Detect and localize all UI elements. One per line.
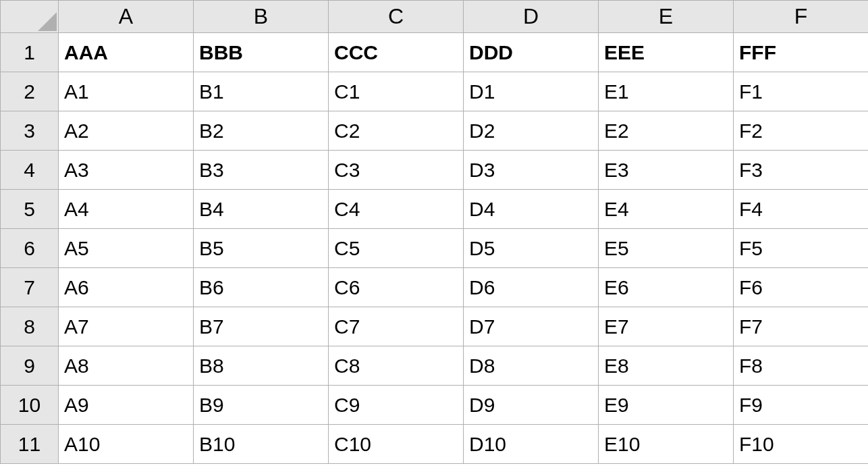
column-header[interactable]: A [59,1,194,33]
cell[interactable]: B8 [194,346,329,386]
cell[interactable]: F4 [734,190,869,229]
row-header[interactable]: 1 [1,33,59,72]
cell[interactable]: B2 [194,111,329,151]
table-row[interactable]: 8 A7 B7 C7 D7 E7 F7 [1,307,869,346]
row-header[interactable]: 4 [1,151,59,190]
cell[interactable]: D8 [464,346,599,386]
cell[interactable]: C2 [329,111,464,151]
cell[interactable]: C10 [329,425,464,464]
table-row[interactable]: 3 A2 B2 C2 D2 E2 F2 [1,111,869,151]
cell[interactable]: B4 [194,190,329,229]
table-row[interactable]: 9 A8 B8 C8 D8 E8 F8 [1,346,869,386]
cell[interactable]: B5 [194,229,329,268]
cell[interactable]: F5 [734,229,869,268]
table-row[interactable]: 2 A1 B1 C1 D1 E1 F1 [1,72,869,111]
select-all-corner[interactable] [1,1,59,33]
row-header[interactable]: 7 [1,268,59,307]
cell[interactable]: F10 [734,425,869,464]
column-header[interactable]: E [599,1,734,33]
cell[interactable]: C8 [329,346,464,386]
cell[interactable]: C1 [329,72,464,111]
select-all-triangle-icon [38,12,57,31]
cell[interactable]: F3 [734,151,869,190]
cell[interactable]: D7 [464,307,599,346]
cell[interactable]: A2 [59,111,194,151]
table-row[interactable]: 4 A3 B3 C3 D3 E3 F3 [1,151,869,190]
table-row[interactable]: 10 A9 B9 C9 D9 E9 F9 [1,386,869,425]
cell[interactable]: E1 [599,72,734,111]
cell[interactable]: A9 [59,386,194,425]
cell[interactable]: D9 [464,386,599,425]
table-row[interactable]: 7 A6 B6 C6 D6 E6 F6 [1,268,869,307]
table-row[interactable]: 1 AAA BBB CCC DDD EEE FFF [1,33,869,72]
cell[interactable]: D6 [464,268,599,307]
cell[interactable]: C5 [329,229,464,268]
cell[interactable]: A3 [59,151,194,190]
cell[interactable]: D4 [464,190,599,229]
column-header[interactable]: B [194,1,329,33]
cell[interactable]: A4 [59,190,194,229]
cell[interactable]: B6 [194,268,329,307]
cell[interactable]: E5 [599,229,734,268]
cell[interactable]: F2 [734,111,869,151]
column-header-row[interactable]: A B C D E F [1,1,869,33]
cell[interactable]: A5 [59,229,194,268]
cell[interactable]: B1 [194,72,329,111]
cell[interactable]: A7 [59,307,194,346]
column-header[interactable]: C [329,1,464,33]
cell[interactable]: C7 [329,307,464,346]
cell[interactable]: E8 [599,346,734,386]
row-header[interactable]: 5 [1,190,59,229]
cell[interactable]: B7 [194,307,329,346]
cell[interactable]: D2 [464,111,599,151]
cell[interactable]: DDD [464,33,599,72]
cell[interactable]: C6 [329,268,464,307]
cell[interactable]: D3 [464,151,599,190]
cell[interactable]: F9 [734,386,869,425]
cell[interactable]: E3 [599,151,734,190]
cell[interactable]: E2 [599,111,734,151]
row-header[interactable]: 10 [1,386,59,425]
cell[interactable]: C9 [329,386,464,425]
svg-marker-0 [38,12,57,31]
cell[interactable]: B10 [194,425,329,464]
cell[interactable]: D5 [464,229,599,268]
spreadsheet-grid[interactable]: A B C D E F 1 AAA BBB CCC DDD EEE FFF 2 … [0,0,868,464]
cell[interactable]: A6 [59,268,194,307]
column-header[interactable]: D [464,1,599,33]
row-header[interactable]: 3 [1,111,59,151]
cell[interactable]: BBB [194,33,329,72]
cell[interactable]: C4 [329,190,464,229]
row-header[interactable]: 2 [1,72,59,111]
cell[interactable]: F6 [734,268,869,307]
column-header[interactable]: F [734,1,869,33]
cell[interactable]: B9 [194,386,329,425]
cell[interactable]: AAA [59,33,194,72]
cell[interactable]: D10 [464,425,599,464]
cell[interactable]: FFF [734,33,869,72]
cell[interactable]: B3 [194,151,329,190]
cell[interactable]: F8 [734,346,869,386]
row-header[interactable]: 6 [1,229,59,268]
spreadsheet-view[interactable]: A B C D E F 1 AAA BBB CCC DDD EEE FFF 2 … [0,0,868,470]
cell[interactable]: E6 [599,268,734,307]
row-header[interactable]: 8 [1,307,59,346]
row-header[interactable]: 9 [1,346,59,386]
table-row[interactable]: 11 A10 B10 C10 D10 E10 F10 [1,425,869,464]
cell[interactable]: A1 [59,72,194,111]
cell[interactable]: D1 [464,72,599,111]
cell[interactable]: F1 [734,72,869,111]
table-row[interactable]: 5 A4 B4 C4 D4 E4 F4 [1,190,869,229]
cell[interactable]: A10 [59,425,194,464]
table-row[interactable]: 6 A5 B5 C5 D5 E5 F5 [1,229,869,268]
row-header[interactable]: 11 [1,425,59,464]
cell[interactable]: E4 [599,190,734,229]
cell[interactable]: CCC [329,33,464,72]
cell[interactable]: E10 [599,425,734,464]
cell[interactable]: F7 [734,307,869,346]
cell[interactable]: E9 [599,386,734,425]
cell[interactable]: C3 [329,151,464,190]
cell[interactable]: A8 [59,346,194,386]
cell[interactable]: E7 [599,307,734,346]
cell[interactable]: EEE [599,33,734,72]
